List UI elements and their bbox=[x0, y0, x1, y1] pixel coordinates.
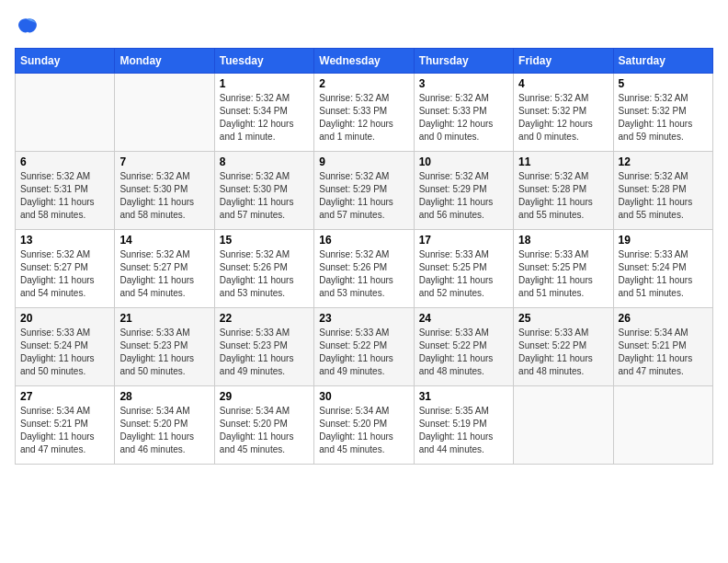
logo bbox=[15, 15, 44, 40]
day-info: Sunrise: 5:33 AM Sunset: 5:22 PM Dayligh… bbox=[319, 327, 408, 378]
calendar-cell: 12Sunrise: 5:32 AM Sunset: 5:28 PM Dayli… bbox=[613, 152, 712, 230]
calendar-cell: 6Sunrise: 5:32 AM Sunset: 5:31 PM Daylig… bbox=[16, 152, 115, 230]
day-info: Sunrise: 5:34 AM Sunset: 5:21 PM Dayligh… bbox=[619, 327, 708, 378]
day-info: Sunrise: 5:32 AM Sunset: 5:33 PM Dayligh… bbox=[319, 92, 408, 144]
day-number: 13 bbox=[20, 234, 109, 247]
calendar-cell: 16Sunrise: 5:32 AM Sunset: 5:26 PM Dayli… bbox=[314, 230, 414, 308]
day-info: Sunrise: 5:34 AM Sunset: 5:20 PM Dayligh… bbox=[319, 405, 408, 456]
day-number: 14 bbox=[119, 234, 209, 247]
calendar-cell: 20Sunrise: 5:33 AM Sunset: 5:24 PM Dayli… bbox=[16, 308, 115, 386]
calendar-cell: 22Sunrise: 5:33 AM Sunset: 5:23 PM Dayli… bbox=[214, 308, 313, 386]
day-info: Sunrise: 5:34 AM Sunset: 5:20 PM Dayligh… bbox=[119, 405, 209, 456]
calendar-cell: 27Sunrise: 5:34 AM Sunset: 5:21 PM Dayli… bbox=[16, 386, 115, 465]
day-number: 18 bbox=[518, 234, 608, 247]
day-number: 1 bbox=[220, 77, 309, 90]
day-info: Sunrise: 5:32 AM Sunset: 5:30 PM Dayligh… bbox=[119, 170, 209, 222]
logo-bird-icon bbox=[15, 15, 40, 40]
calendar-cell bbox=[514, 386, 613, 465]
header-thursday: Thursday bbox=[414, 49, 513, 74]
day-number: 31 bbox=[419, 390, 508, 403]
calendar-cell: 7Sunrise: 5:32 AM Sunset: 5:30 PM Daylig… bbox=[115, 152, 214, 230]
day-number: 12 bbox=[619, 155, 708, 168]
calendar-cell: 10Sunrise: 5:32 AM Sunset: 5:29 PM Dayli… bbox=[414, 152, 513, 230]
header-saturday: Saturday bbox=[613, 49, 712, 74]
calendar-cell: 9Sunrise: 5:32 AM Sunset: 5:29 PM Daylig… bbox=[314, 152, 414, 230]
calendar-cell: 30Sunrise: 5:34 AM Sunset: 5:20 PM Dayli… bbox=[314, 386, 414, 465]
day-info: Sunrise: 5:33 AM Sunset: 5:23 PM Dayligh… bbox=[119, 327, 209, 378]
day-info: Sunrise: 5:32 AM Sunset: 5:32 PM Dayligh… bbox=[619, 92, 708, 144]
calendar-cell: 28Sunrise: 5:34 AM Sunset: 5:20 PM Dayli… bbox=[115, 386, 214, 465]
calendar-cell: 8Sunrise: 5:32 AM Sunset: 5:30 PM Daylig… bbox=[214, 152, 313, 230]
day-info: Sunrise: 5:32 AM Sunset: 5:30 PM Dayligh… bbox=[220, 170, 309, 222]
day-number: 27 bbox=[20, 390, 109, 403]
header-tuesday: Tuesday bbox=[214, 49, 313, 74]
calendar-week-row: 20Sunrise: 5:33 AM Sunset: 5:24 PM Dayli… bbox=[16, 308, 713, 386]
day-number: 20 bbox=[20, 312, 109, 325]
day-info: Sunrise: 5:32 AM Sunset: 5:31 PM Dayligh… bbox=[20, 170, 109, 222]
calendar-cell: 26Sunrise: 5:34 AM Sunset: 5:21 PM Dayli… bbox=[613, 308, 712, 386]
day-number: 21 bbox=[119, 312, 209, 325]
calendar-week-row: 6Sunrise: 5:32 AM Sunset: 5:31 PM Daylig… bbox=[16, 152, 713, 230]
day-number: 2 bbox=[319, 77, 408, 90]
weekday-header-row: Sunday Monday Tuesday Wednesday Thursday… bbox=[16, 49, 713, 74]
day-info: Sunrise: 5:34 AM Sunset: 5:20 PM Dayligh… bbox=[220, 405, 309, 456]
day-number: 7 bbox=[119, 155, 209, 168]
day-info: Sunrise: 5:32 AM Sunset: 5:26 PM Dayligh… bbox=[319, 248, 408, 300]
calendar-cell bbox=[16, 74, 115, 152]
header-monday: Monday bbox=[115, 49, 214, 74]
calendar-cell: 1Sunrise: 5:32 AM Sunset: 5:34 PM Daylig… bbox=[214, 74, 313, 152]
calendar-cell: 14Sunrise: 5:32 AM Sunset: 5:27 PM Dayli… bbox=[115, 230, 214, 308]
calendar-week-row: 1Sunrise: 5:32 AM Sunset: 5:34 PM Daylig… bbox=[16, 74, 713, 152]
calendar-table: Sunday Monday Tuesday Wednesday Thursday… bbox=[15, 48, 713, 465]
day-number: 4 bbox=[518, 77, 608, 90]
header-wednesday: Wednesday bbox=[314, 49, 414, 74]
calendar-cell: 21Sunrise: 5:33 AM Sunset: 5:23 PM Dayli… bbox=[115, 308, 214, 386]
calendar-cell: 5Sunrise: 5:32 AM Sunset: 5:32 PM Daylig… bbox=[613, 74, 712, 152]
day-number: 24 bbox=[419, 312, 508, 325]
day-number: 8 bbox=[220, 155, 309, 168]
day-info: Sunrise: 5:32 AM Sunset: 5:32 PM Dayligh… bbox=[518, 92, 608, 144]
header-sunday: Sunday bbox=[16, 49, 115, 74]
day-info: Sunrise: 5:33 AM Sunset: 5:22 PM Dayligh… bbox=[518, 327, 608, 378]
calendar-week-row: 13Sunrise: 5:32 AM Sunset: 5:27 PM Dayli… bbox=[16, 230, 713, 308]
calendar-cell bbox=[115, 74, 214, 152]
calendar-cell: 24Sunrise: 5:33 AM Sunset: 5:22 PM Dayli… bbox=[414, 308, 513, 386]
calendar-cell: 23Sunrise: 5:33 AM Sunset: 5:22 PM Dayli… bbox=[314, 308, 414, 386]
day-number: 11 bbox=[518, 155, 608, 168]
day-info: Sunrise: 5:33 AM Sunset: 5:25 PM Dayligh… bbox=[419, 248, 508, 300]
day-number: 26 bbox=[619, 312, 708, 325]
day-number: 22 bbox=[220, 312, 309, 325]
calendar-cell: 11Sunrise: 5:32 AM Sunset: 5:28 PM Dayli… bbox=[514, 152, 613, 230]
day-number: 15 bbox=[220, 234, 309, 247]
day-info: Sunrise: 5:32 AM Sunset: 5:34 PM Dayligh… bbox=[220, 92, 309, 144]
day-number: 30 bbox=[319, 390, 408, 403]
day-info: Sunrise: 5:34 AM Sunset: 5:21 PM Dayligh… bbox=[20, 405, 109, 456]
calendar-cell: 19Sunrise: 5:33 AM Sunset: 5:24 PM Dayli… bbox=[613, 230, 712, 308]
day-info: Sunrise: 5:33 AM Sunset: 5:24 PM Dayligh… bbox=[20, 327, 109, 378]
day-number: 6 bbox=[20, 155, 109, 168]
day-info: Sunrise: 5:32 AM Sunset: 5:33 PM Dayligh… bbox=[419, 92, 508, 144]
calendar-cell: 2Sunrise: 5:32 AM Sunset: 5:33 PM Daylig… bbox=[314, 74, 414, 152]
day-info: Sunrise: 5:32 AM Sunset: 5:29 PM Dayligh… bbox=[319, 170, 408, 222]
day-info: Sunrise: 5:35 AM Sunset: 5:19 PM Dayligh… bbox=[419, 405, 508, 456]
calendar-cell: 29Sunrise: 5:34 AM Sunset: 5:20 PM Dayli… bbox=[214, 386, 313, 465]
calendar-cell: 25Sunrise: 5:33 AM Sunset: 5:22 PM Dayli… bbox=[514, 308, 613, 386]
day-info: Sunrise: 5:32 AM Sunset: 5:29 PM Dayligh… bbox=[419, 170, 508, 222]
day-info: Sunrise: 5:33 AM Sunset: 5:24 PM Dayligh… bbox=[619, 248, 708, 300]
calendar-cell: 13Sunrise: 5:32 AM Sunset: 5:27 PM Dayli… bbox=[16, 230, 115, 308]
day-number: 28 bbox=[119, 390, 209, 403]
header-friday: Friday bbox=[514, 49, 613, 74]
calendar-cell: 18Sunrise: 5:33 AM Sunset: 5:25 PM Dayli… bbox=[514, 230, 613, 308]
day-info: Sunrise: 5:32 AM Sunset: 5:26 PM Dayligh… bbox=[220, 248, 309, 300]
day-number: 23 bbox=[319, 312, 408, 325]
calendar-cell: 15Sunrise: 5:32 AM Sunset: 5:26 PM Dayli… bbox=[214, 230, 313, 308]
day-number: 25 bbox=[518, 312, 608, 325]
calendar-cell: 31Sunrise: 5:35 AM Sunset: 5:19 PM Dayli… bbox=[414, 386, 513, 465]
day-number: 10 bbox=[419, 155, 508, 168]
calendar-cell bbox=[613, 386, 712, 465]
calendar-cell: 17Sunrise: 5:33 AM Sunset: 5:25 PM Dayli… bbox=[414, 230, 513, 308]
calendar-cell: 3Sunrise: 5:32 AM Sunset: 5:33 PM Daylig… bbox=[414, 74, 513, 152]
calendar-week-row: 27Sunrise: 5:34 AM Sunset: 5:21 PM Dayli… bbox=[16, 386, 713, 465]
calendar-cell: 4Sunrise: 5:32 AM Sunset: 5:32 PM Daylig… bbox=[514, 74, 613, 152]
day-number: 3 bbox=[419, 77, 508, 90]
